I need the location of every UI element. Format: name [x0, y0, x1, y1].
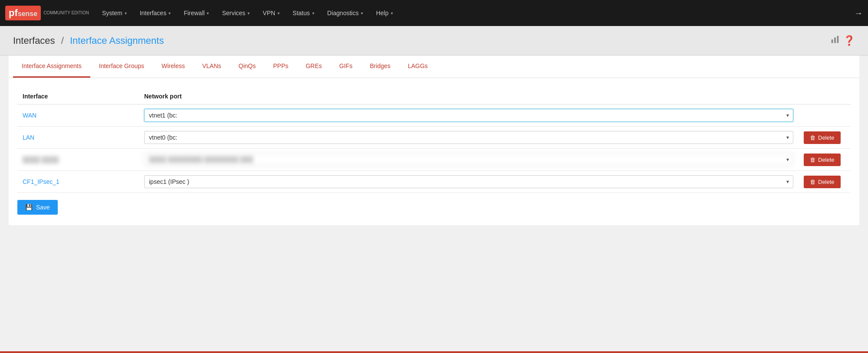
- svg-rect-0: [832, 39, 833, 43]
- breadcrumb-separator: /: [61, 35, 64, 46]
- tab-interface-groups[interactable]: Interface Groups: [90, 56, 153, 78]
- nav-items: System ▾ Interfaces ▾ Firewall ▾ Service…: [96, 6, 854, 20]
- chevron-down-icon: ▾: [312, 11, 314, 16]
- wan-port-select[interactable]: vtnet1 (bc:: [144, 109, 793, 122]
- trash-icon: 🗑: [810, 179, 815, 185]
- page-header-icons: ❓: [830, 35, 855, 46]
- save-icon: 💾: [25, 204, 33, 211]
- col-interface: Interface: [17, 88, 139, 105]
- navbar-right: →: [854, 8, 863, 18]
- nav-services[interactable]: Services ▾: [216, 6, 256, 20]
- chart-icon[interactable]: [830, 35, 840, 46]
- nav-interfaces[interactable]: Interfaces ▾: [134, 6, 177, 20]
- tab-wireless[interactable]: Wireless: [153, 56, 194, 78]
- trash-icon: 🗑: [810, 134, 815, 141]
- chevron-down-icon: ▾: [277, 11, 280, 16]
- tab-laggs[interactable]: LAGGs: [399, 56, 436, 78]
- trash-icon: 🗑: [810, 157, 815, 163]
- cf1-ipsec-port-select[interactable]: ipsec1 (IPsec ): [144, 175, 793, 188]
- svg-rect-2: [837, 36, 839, 43]
- chevron-down-icon: ▾: [391, 11, 393, 16]
- cf1-ipsec-delete-button[interactable]: 🗑 Delete: [804, 176, 841, 188]
- nav-status[interactable]: Status ▾: [287, 6, 320, 20]
- breadcrumb: Interfaces / Interface Assignments: [13, 35, 164, 46]
- assignments-table: Interface Network port WAN vtnet1 (bc:: [17, 88, 851, 193]
- tab-bridges[interactable]: Bridges: [361, 56, 399, 78]
- cf1-ipsec-interface-link[interactable]: CF1_IPsec_1: [23, 178, 59, 185]
- wan-port-select-wrapper: vtnet1 (bc: ▾: [144, 109, 793, 122]
- tabs-container: Interface Assignments Interface Groups W…: [9, 56, 859, 78]
- tab-interface-assignments[interactable]: Interface Assignments: [13, 56, 90, 78]
- col-actions: [799, 88, 851, 105]
- col-network-port: Network port: [139, 88, 799, 105]
- cf1-ipsec-port-select-wrapper: ipsec1 (IPsec ) ▾: [144, 175, 793, 188]
- help-icon[interactable]: ❓: [843, 35, 855, 46]
- chevron-down-icon: ▾: [207, 11, 209, 16]
- breadcrumb-main: Interfaces: [13, 35, 55, 46]
- wan-interface-link[interactable]: WAN: [23, 112, 36, 119]
- lan-port-select[interactable]: vtnet0 (bc:: [144, 131, 793, 144]
- chevron-down-icon: ▾: [168, 11, 171, 16]
- tab-gres[interactable]: GREs: [297, 56, 330, 78]
- pfsense-logo: pfsense: [5, 6, 41, 20]
- page-header: Interfaces / Interface Assignments ❓: [0, 26, 868, 56]
- brand-edition: COMMUNITY EDITION: [43, 10, 89, 16]
- content-area: Interface Network port WAN vtnet1 (bc:: [9, 78, 859, 225]
- lan-delete-button[interactable]: 🗑 Delete: [804, 131, 841, 144]
- chevron-down-icon: ▾: [361, 11, 363, 16]
- blurred-port-select[interactable]: ████ ████████ ████████ ███: [144, 153, 793, 166]
- blurred-port-select-wrapper: ████ ████████ ████████ ███ ▾: [144, 153, 793, 166]
- chevron-down-icon: ▾: [125, 11, 127, 16]
- tab-vlans[interactable]: VLANs: [194, 56, 230, 78]
- nav-help[interactable]: Help ▾: [370, 6, 399, 20]
- brand: pfsense COMMUNITY EDITION: [5, 6, 89, 20]
- chevron-down-icon: ▾: [248, 11, 250, 16]
- main-content: Interface Assignments Interface Groups W…: [0, 56, 868, 352]
- table-row: WAN vtnet1 (bc: ▾: [17, 105, 851, 127]
- blurred-interface-link[interactable]: ████ ████: [23, 156, 59, 163]
- nav-vpn[interactable]: VPN ▾: [257, 6, 286, 20]
- navbar: pfsense COMMUNITY EDITION System ▾ Inter…: [0, 0, 868, 26]
- tab-ppps[interactable]: PPPs: [264, 56, 297, 78]
- logout-icon[interactable]: →: [854, 8, 863, 18]
- svg-rect-1: [834, 37, 836, 43]
- lan-port-select-wrapper: vtnet0 (bc: ▾: [144, 131, 793, 144]
- blurred-delete-button[interactable]: 🗑 Delete: [804, 154, 841, 166]
- tab-gifs[interactable]: GIFs: [330, 56, 361, 78]
- nav-diagnostics[interactable]: Diagnostics ▾: [321, 6, 369, 20]
- lan-interface-link[interactable]: LAN: [23, 134, 34, 141]
- breadcrumb-current: Interface Assignments: [70, 35, 164, 46]
- table-row: CF1_IPsec_1 ipsec1 (IPsec ) ▾ 🗑: [17, 171, 851, 193]
- save-button[interactable]: 💾 Save: [17, 200, 58, 215]
- nav-firewall[interactable]: Firewall ▾: [178, 6, 215, 20]
- table-row: ████ ████ ████ ████████ ████████ ███ ▾ 🗑: [17, 149, 851, 171]
- nav-system[interactable]: System ▾: [96, 6, 133, 20]
- table-row: LAN vtnet0 (bc: ▾ 🗑 Delete: [17, 127, 851, 149]
- bottom-bar: [0, 351, 868, 352]
- tab-qinqs[interactable]: QinQs: [230, 56, 264, 78]
